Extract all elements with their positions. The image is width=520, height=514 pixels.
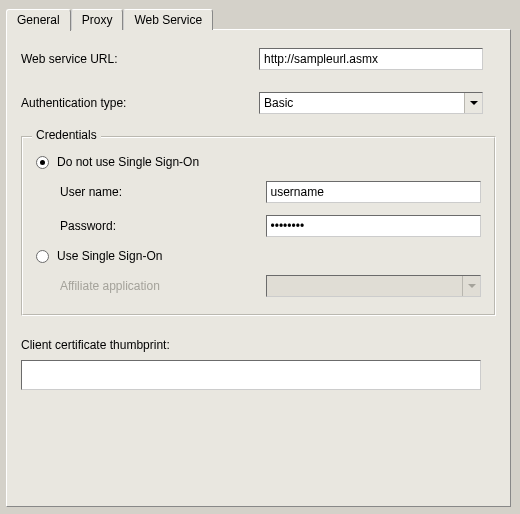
- input-web-service-url[interactable]: [259, 48, 483, 70]
- dropdown-auth-type-value: Basic: [260, 96, 464, 110]
- row-url: Web service URL:: [21, 48, 496, 70]
- radio-row-use-sso[interactable]: Use Single Sign-On: [36, 249, 481, 263]
- row-username: User name:: [60, 181, 481, 203]
- input-password[interactable]: [266, 215, 482, 237]
- tab-panel-general: Web service URL: Authentication type: Ba…: [6, 29, 511, 507]
- row-thumbprint: Client certificate thumbprint:: [21, 338, 496, 390]
- fieldset-credentials: Credentials Do not use Single Sign-On Us…: [21, 136, 496, 316]
- tab-web-service[interactable]: Web Service: [123, 9, 213, 30]
- row-affiliate: Affiliate application: [60, 275, 481, 297]
- chevron-down-icon: [464, 93, 482, 113]
- radio-no-sso[interactable]: [36, 156, 49, 169]
- row-password: Password:: [60, 215, 481, 237]
- tab-general[interactable]: General: [6, 9, 71, 31]
- tab-proxy[interactable]: Proxy: [71, 9, 124, 30]
- radio-use-sso[interactable]: [36, 250, 49, 263]
- radio-row-no-sso[interactable]: Do not use Single Sign-On: [36, 155, 481, 169]
- input-thumbprint[interactable]: [21, 360, 481, 390]
- dropdown-affiliate: [266, 275, 481, 297]
- legend-credentials: Credentials: [32, 128, 101, 142]
- label-affiliate: Affiliate application: [60, 279, 266, 293]
- label-thumbprint: Client certificate thumbprint:: [21, 338, 496, 352]
- dialog-container: General Proxy Web Service Web service UR…: [0, 0, 520, 514]
- input-username[interactable]: [266, 181, 482, 203]
- chevron-down-icon: [462, 276, 480, 296]
- radio-use-sso-label: Use Single Sign-On: [57, 249, 162, 263]
- tab-row: General Proxy Web Service: [6, 8, 514, 30]
- label-password: Password:: [60, 219, 266, 233]
- label-auth-type: Authentication type:: [21, 96, 259, 110]
- row-auth-type: Authentication type: Basic: [21, 92, 496, 114]
- label-username: User name:: [60, 185, 266, 199]
- radio-no-sso-label: Do not use Single Sign-On: [57, 155, 199, 169]
- dropdown-auth-type[interactable]: Basic: [259, 92, 483, 114]
- label-url: Web service URL:: [21, 52, 259, 66]
